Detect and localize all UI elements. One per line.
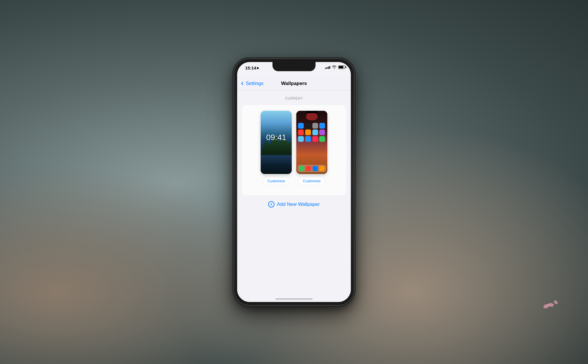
lock-screen-item: 09:41 Customize — [261, 111, 292, 185]
app-12 — [319, 136, 325, 142]
lock-screen-preview[interactable]: 09:41 — [261, 111, 292, 174]
status-time: 15:14 ▶ — [245, 65, 259, 70]
bird-silhouette — [306, 112, 318, 120]
iphone-screen: 15:14 ▶ — [237, 62, 351, 302]
back-label: Settings — [246, 81, 263, 86]
home-screen-item: Customize — [296, 111, 327, 185]
app-11 — [312, 136, 318, 142]
app-4 — [319, 123, 325, 129]
iphone-device: 15:14 ▶ — [234, 59, 354, 305]
dock-safari — [313, 166, 318, 171]
home-screen-bg — [296, 111, 327, 174]
home-notch-mini — [306, 111, 318, 113]
signal-bars — [325, 65, 330, 69]
app-6 — [305, 129, 311, 135]
bar-1 — [325, 68, 326, 69]
notch — [272, 62, 316, 71]
time-display: 15:14 — [245, 65, 256, 70]
wallpaper-section: 09:41 Customize — [242, 105, 346, 195]
add-circle-icon: + — [268, 201, 274, 208]
home-indicator[interactable] — [275, 298, 313, 300]
app-1 — [298, 123, 304, 129]
bar-4 — [329, 66, 330, 69]
location-icon: ▶ — [257, 66, 259, 69]
battery-fill — [339, 66, 343, 68]
dock-music — [319, 166, 324, 171]
app-9 — [298, 136, 304, 142]
navigation-bar: Settings Wallpapers — [237, 76, 351, 91]
app-10 — [305, 136, 311, 142]
dock-phone — [299, 166, 304, 171]
customize-lock-button[interactable]: Customize — [262, 177, 290, 185]
dock-mini — [297, 165, 326, 172]
content-area: CURRENT 09:41 — [237, 91, 351, 302]
app-3 — [312, 123, 318, 129]
app-2 — [305, 123, 311, 129]
lock-time: 09:41 — [266, 133, 286, 142]
add-wallpaper-label: Add New Wallpaper — [277, 202, 320, 207]
water-layer — [261, 155, 292, 174]
app-5 — [298, 129, 304, 135]
bar-2 — [326, 67, 327, 69]
app-7 — [312, 129, 318, 135]
add-wallpaper-button[interactable]: + Add New Wallpaper — [237, 201, 351, 208]
section-label: CURRENT — [237, 96, 351, 100]
wifi-icon — [332, 65, 336, 69]
lock-screen-bg: 09:41 — [261, 111, 292, 174]
dock-messages — [306, 166, 311, 171]
home-wallpaper-bg — [296, 111, 327, 174]
home-screen-preview[interactable] — [296, 111, 327, 174]
iphone-body: 15:14 ▶ — [234, 59, 354, 305]
app-8 — [319, 129, 325, 135]
customize-home-button[interactable]: Customize — [298, 177, 325, 185]
chevron-left-icon — [241, 82, 244, 85]
wallpaper-previews: 09:41 Customize — [247, 111, 341, 185]
app-grid — [297, 122, 326, 142]
page-title: Wallpapers — [281, 81, 307, 86]
back-button[interactable]: Settings — [242, 81, 263, 86]
bar-3 — [328, 67, 329, 69]
battery-icon — [338, 65, 345, 69]
status-icons — [325, 65, 345, 69]
